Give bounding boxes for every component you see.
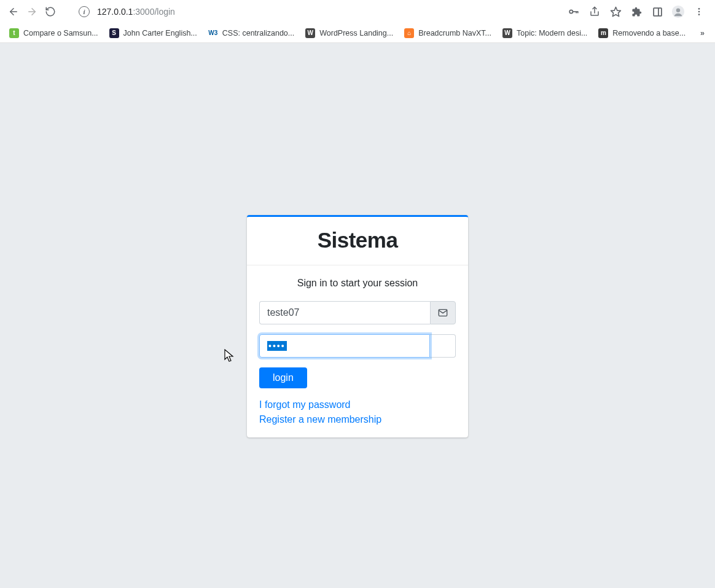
site-info-icon[interactable]: i: [79, 6, 90, 17]
url-text: 127.0.0.1:3000/login: [97, 7, 175, 17]
extensions-icon[interactable]: [628, 3, 645, 20]
address-bar[interactable]: i 127.0.0.1:3000/login: [72, 2, 558, 21]
profile-icon[interactable]: [670, 3, 687, 20]
arrow-right-icon: [26, 6, 37, 17]
password-selected-dots: ••••: [267, 341, 287, 351]
bookmark-label: Removendo a base...: [612, 29, 686, 37]
share-icon[interactable]: [586, 3, 603, 20]
back-button[interactable]: [5, 3, 22, 20]
bookmark-favicon: ⌂: [404, 28, 414, 38]
bookmark-favicon: W: [502, 28, 512, 38]
bookmark-label: Compare o Samsun...: [23, 29, 98, 37]
bookmark-item[interactable]: mRemovendo a base...: [594, 26, 690, 41]
svg-point-11: [676, 9, 680, 12]
bookmark-item[interactable]: ⌂Breadcrumb NavXT...: [400, 26, 496, 41]
forward-button[interactable]: [23, 3, 41, 20]
card-header: Sistema: [247, 217, 468, 265]
page-content: Sistema Sign in to start your session ••…: [0, 43, 715, 588]
reload-button[interactable]: [42, 3, 59, 20]
arrow-left-icon: [8, 6, 19, 17]
bookmark-favicon: W3: [208, 28, 218, 38]
bookmark-item[interactable]: WWordPress Landing...: [301, 26, 397, 41]
password-group: ••••: [259, 334, 456, 358]
bookmarks-bar: tCompare o Samsun...SJohn Carter English…: [0, 23, 715, 43]
bookmark-item[interactable]: W3CSS: centralizando...: [204, 26, 299, 41]
svg-point-12: [698, 8, 700, 10]
bookmark-label: CSS: centralizando...: [222, 29, 294, 37]
svg-point-13: [698, 11, 700, 13]
menu-icon[interactable]: [690, 3, 708, 20]
bookmark-item[interactable]: tCompare o Samsun...: [5, 26, 103, 41]
forgot-password-link[interactable]: I forgot my password: [259, 399, 456, 410]
bookmarks-overflow-icon[interactable]: »: [695, 26, 710, 40]
card-body: Sign in to start your session •••• login…: [247, 265, 468, 437]
login-card: Sistema Sign in to start your session ••…: [247, 215, 468, 437]
password-input[interactable]: ••••: [259, 334, 430, 358]
signin-subtitle: Sign in to start your session: [259, 278, 456, 289]
browser-toolbar: i 127.0.0.1:3000/login: [0, 0, 715, 23]
bookmark-favicon: W: [305, 28, 315, 38]
login-links: I forgot my password Register a new memb…: [259, 399, 456, 425]
email-icon: [430, 301, 456, 324]
register-link[interactable]: Register a new membership: [259, 414, 456, 425]
toolbar-actions: [565, 3, 710, 20]
svg-rect-8: [654, 8, 662, 16]
login-button[interactable]: login: [259, 367, 307, 388]
svg-point-2: [569, 10, 572, 13]
svg-point-14: [698, 14, 700, 15]
bookmark-label: John Carter English...: [123, 29, 197, 37]
bookmark-label: WordPress Landing...: [319, 29, 393, 37]
username-input[interactable]: [259, 301, 430, 324]
username-group: [259, 301, 456, 324]
star-icon[interactable]: [607, 3, 624, 20]
reload-icon: [45, 6, 56, 17]
bookmark-favicon: t: [9, 28, 19, 38]
bookmark-label: Breadcrumb NavXT...: [418, 29, 491, 37]
bookmark-favicon: S: [109, 28, 119, 38]
bookmark-favicon: m: [598, 28, 608, 38]
bookmark-item[interactable]: WTopic: Modern desi...: [498, 26, 592, 41]
brand-title: Sistema: [259, 228, 456, 253]
svg-marker-7: [611, 7, 620, 16]
password-key-icon[interactable]: [565, 3, 582, 20]
bookmark-label: Topic: Modern desi...: [517, 29, 587, 37]
bookmark-item[interactable]: SJohn Carter English...: [105, 26, 201, 41]
panel-icon[interactable]: [649, 3, 666, 20]
lock-icon: [430, 334, 456, 358]
